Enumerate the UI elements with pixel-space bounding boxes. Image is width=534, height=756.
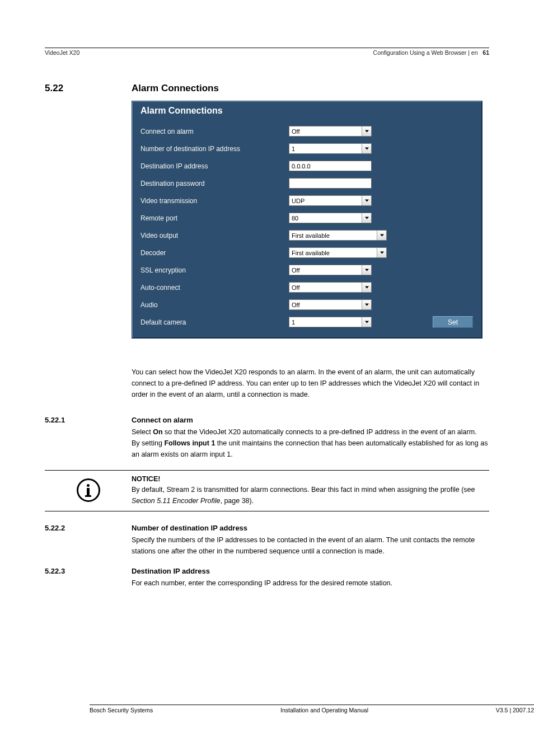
header-page-num: 61	[483, 49, 489, 56]
select-number-dest-ip[interactable]: 1	[289, 143, 372, 154]
panel-title: Alarm Connections	[140, 102, 472, 126]
page-header: VideoJet X20 Configuration Using a Web B…	[45, 49, 489, 58]
section-title: Alarm Connections	[132, 83, 219, 94]
select-value: 1	[292, 319, 295, 326]
label-ssl-encryption: SSL encryption	[140, 266, 289, 274]
chevron-down-icon	[362, 283, 371, 292]
chevron-down-icon	[362, 144, 371, 153]
subsection-number: 5.22.2	[45, 524, 132, 532]
sub2-paragraph: Specify the numbers of the IP addresses …	[132, 534, 489, 557]
select-value: UDP	[292, 198, 305, 204]
label-default-camera: Default camera	[140, 318, 289, 326]
label-connect-on-alarm: Connect on alarm	[140, 128, 289, 135]
set-button[interactable]: Set	[433, 316, 473, 328]
header-breadcrumb: Configuration Using a Web Browser | en	[373, 49, 478, 56]
subsection-number: 5.22.1	[45, 416, 132, 424]
footer-center: Installation and Operating Manual	[280, 707, 368, 713]
select-value: 1	[292, 145, 295, 152]
chevron-down-icon	[377, 231, 386, 240]
select-audio[interactable]: Off	[289, 299, 372, 310]
input-value: 0.0.0.0	[292, 163, 311, 170]
info-icon	[77, 478, 100, 502]
svg-marker-8	[365, 303, 369, 306]
header-right: Configuration Using a Web Browser | en 6…	[373, 49, 489, 56]
label-auto-connect: Auto-connect	[140, 284, 289, 292]
label-audio: Audio	[140, 301, 289, 309]
intro-paragraph: You can select how the VideoJet X20 resp…	[132, 367, 489, 400]
label-decoder: Decoder	[140, 249, 289, 257]
svg-marker-7	[365, 286, 369, 288]
chevron-down-icon	[362, 196, 371, 205]
label-dest-password: Destination password	[140, 180, 289, 187]
page-footer: Bosch Security Systems Installation and …	[90, 705, 534, 713]
select-remote-port[interactable]: 80	[289, 213, 372, 223]
select-connect-on-alarm[interactable]: Off	[289, 126, 372, 137]
chevron-down-icon	[362, 317, 371, 327]
label-number-dest-ip: Number of destination IP address	[140, 145, 289, 153]
select-value: Off	[292, 128, 299, 135]
sub1-paragraph: Select On so that the VideoJet X20 autom…	[132, 426, 489, 460]
chevron-down-icon	[362, 300, 371, 309]
subsection-title: Connect on alarm	[132, 416, 193, 424]
select-value: First available	[292, 250, 330, 256]
select-value: Off	[292, 302, 299, 308]
select-value: 80	[292, 215, 298, 222]
input-dest-password[interactable]	[289, 178, 372, 189]
select-decoder[interactable]: First available	[289, 247, 387, 258]
label-video-output: Video output	[140, 232, 289, 240]
svg-marker-4	[380, 234, 384, 236]
sub3-paragraph: For each number, enter the corresponding…	[132, 577, 489, 589]
svg-marker-2	[365, 199, 369, 201]
svg-marker-1	[365, 147, 369, 149]
header-product: VideoJet X20	[45, 49, 79, 56]
select-ssl-encryption[interactable]: Off	[289, 265, 372, 275]
select-value: First available	[292, 232, 330, 239]
select-value: Off	[292, 267, 299, 274]
select-default-camera[interactable]: 1	[289, 317, 372, 327]
alarm-connections-panel: Alarm Connections Connect on alarm Off N…	[132, 101, 483, 339]
notice-box: NOTICE! By default, Stream 2 is transmit…	[45, 470, 489, 511]
chevron-down-icon	[362, 265, 371, 275]
svg-marker-9	[365, 321, 369, 323]
footer-right: V3.5 | 2007.12	[496, 707, 534, 713]
label-remote-port: Remote port	[140, 214, 289, 222]
label-video-transmission: Video transmission	[140, 197, 289, 205]
select-auto-connect[interactable]: Off	[289, 282, 372, 293]
section-number: 5.22	[45, 83, 132, 94]
notice-text: By default, Stream 2 is transmitted for …	[132, 486, 475, 504]
subsection-number: 5.22.3	[45, 567, 132, 575]
svg-marker-5	[380, 251, 384, 253]
select-video-output[interactable]: First available	[289, 230, 387, 241]
chevron-down-icon	[362, 213, 371, 223]
chevron-down-icon	[362, 126, 371, 136]
subsection-title: Destination IP address	[132, 567, 210, 575]
footer-left: Bosch Security Systems	[90, 707, 153, 713]
notice-heading: NOTICE!	[132, 475, 160, 483]
label-dest-ip: Destination IP address	[140, 162, 289, 170]
input-dest-ip[interactable]: 0.0.0.0	[289, 161, 372, 171]
subsection-title: Number of destination IP address	[132, 524, 247, 532]
svg-marker-0	[365, 130, 369, 132]
svg-marker-6	[365, 269, 369, 271]
header-rule	[45, 48, 489, 48]
select-value: Off	[292, 284, 299, 291]
chevron-down-icon	[377, 248, 386, 257]
select-video-transmission[interactable]: UDP	[289, 195, 372, 206]
svg-marker-3	[365, 217, 369, 219]
